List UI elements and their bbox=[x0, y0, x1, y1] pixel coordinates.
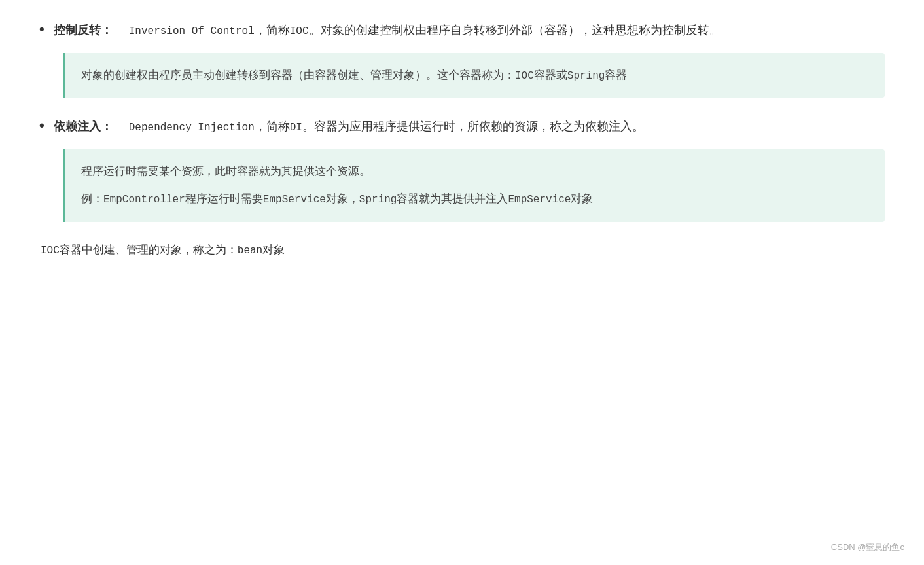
ioc-callout-code1: IOC bbox=[515, 70, 534, 82]
di-code-prefix: Dependency Injection bbox=[129, 122, 255, 134]
watermark: CSDN @窒息的鱼c bbox=[831, 541, 904, 553]
ioc-bullet-item: • 控制反转： Inversion Of Control，简称IOC。对象的创建… bbox=[39, 20, 885, 41]
di-abbr: DI bbox=[290, 122, 302, 134]
di-bullet-item: • 依赖注入： Dependency Injection，简称DI。容器为应用程… bbox=[39, 116, 885, 137]
ioc-section: • 控制反转： Inversion Of Control，简称IOC。对象的创建… bbox=[39, 20, 885, 98]
di-emp-service1: EmpService bbox=[263, 194, 326, 206]
footer-line: IOC容器中创建、管理的对象，称之为：bean对象 bbox=[41, 240, 885, 261]
ioc-description: 控制反转： Inversion Of Control，简称IOC。对象的创建控制… bbox=[54, 24, 721, 37]
main-content: • 控制反转： Inversion Of Control，简称IOC。对象的创建… bbox=[26, 13, 898, 266]
bullet-dot-di: • bbox=[39, 117, 44, 134]
di-callout-line2: 例：EmpController程序运行时需要EmpService对象，Sprin… bbox=[81, 189, 869, 210]
di-bullet-content: 依赖注入： Dependency Injection，简称DI。容器为应用程序提… bbox=[54, 116, 885, 137]
footer-bean-code: bean bbox=[238, 245, 262, 257]
di-callout-line1: 程序运行时需要某个资源，此时容器就为其提供这个资源。 bbox=[81, 161, 869, 182]
ioc-callout-text: 对象的创建权由程序员主动创建转移到容器（由容器创建、管理对象）。这个容器称为：I… bbox=[81, 65, 869, 86]
di-emp-service2: EmpService bbox=[508, 194, 571, 206]
di-emp-controller: EmpController bbox=[103, 194, 185, 206]
ioc-title: 控制反转： bbox=[54, 24, 113, 37]
ioc-code-prefix: Inversion Of Control bbox=[129, 26, 255, 37]
di-description: 依赖注入： Dependency Injection，简称DI。容器为应用程序提… bbox=[54, 120, 644, 133]
footer-ioc-code: IOC bbox=[41, 245, 60, 257]
di-section: • 依赖注入： Dependency Injection，简称DI。容器为应用程… bbox=[39, 116, 885, 221]
di-callout: 程序运行时需要某个资源，此时容器就为其提供这个资源。 例：EmpControll… bbox=[63, 149, 885, 222]
di-spring: Spring bbox=[359, 194, 397, 206]
ioc-callout: 对象的创建权由程序员主动创建转移到容器（由容器创建、管理对象）。这个容器称为：I… bbox=[63, 53, 885, 98]
di-title: 依赖注入： bbox=[54, 120, 113, 133]
bullet-dot-ioc: • bbox=[39, 21, 44, 38]
ioc-bullet-content: 控制反转： Inversion Of Control，简称IOC。对象的创建控制… bbox=[54, 20, 885, 41]
ioc-callout-code2: Spring bbox=[567, 70, 605, 82]
ioc-abbr: IOC bbox=[290, 26, 309, 37]
